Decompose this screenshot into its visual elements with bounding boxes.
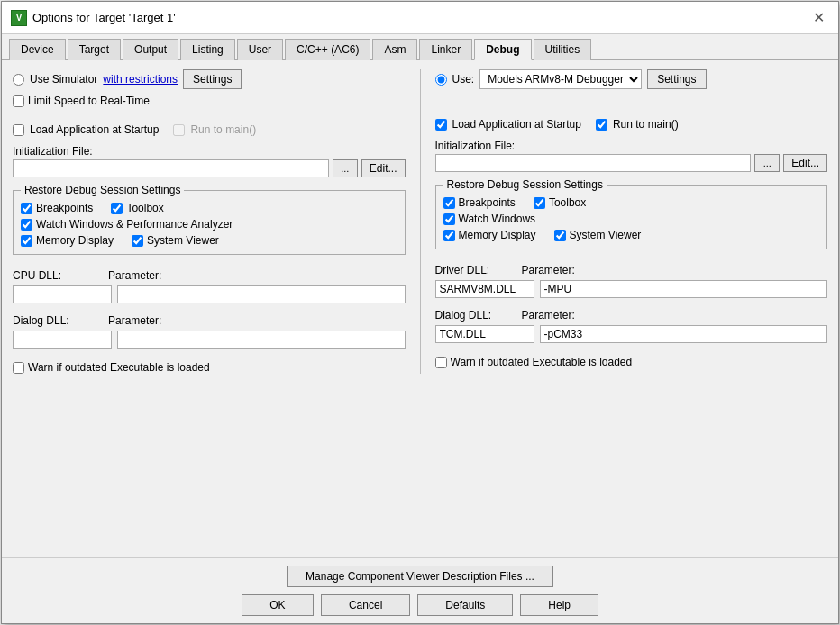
col-separator [420, 69, 421, 374]
init-file-input-left[interactable] [13, 159, 329, 177]
init-edit-btn-left[interactable]: Edit... [361, 159, 406, 177]
warn-outdated-row-left: Warn if outdated Executable is loaded [13, 361, 406, 374]
watch-windows-cb-right: Watch Windows [443, 213, 536, 225]
debugger-radio[interactable] [435, 74, 447, 86]
watch-windows-checkbox-right[interactable] [443, 213, 455, 225]
dialog-dll-input-right[interactable] [435, 325, 534, 343]
system-viewer-checkbox-right[interactable] [554, 230, 566, 241]
system-viewer-cb-right: System Viewer [554, 229, 642, 241]
watch-windows-cb-left: Watch Windows & Performance Analyzer [21, 218, 233, 231]
cpu-param-label: Parameter: [108, 269, 171, 282]
memory-display-checkbox-right[interactable] [443, 230, 455, 241]
simulator-radio[interactable] [13, 74, 24, 86]
tab-cxx[interactable]: C/C++ (AC6) [285, 39, 370, 60]
run-to-main-checkbox-left[interactable] [173, 124, 185, 136]
load-app-label-right: Load Application at Startup [452, 118, 581, 131]
limit-speed-label: Limit Speed to Real-Time [28, 95, 150, 107]
tab-debug[interactable]: Debug [474, 39, 531, 60]
breakpoints-label-right: Breakpoints [459, 196, 516, 209]
title-bar: V Options for Target 'Target 1' ✕ [2, 2, 838, 34]
init-edit-btn-right[interactable]: Edit... [783, 154, 827, 172]
toolbox-cb-right: Toolbox [534, 196, 586, 209]
tab-listing[interactable]: Listing [180, 39, 235, 60]
tab-asm[interactable]: Asm [372, 39, 417, 60]
tab-output[interactable]: Output [123, 39, 178, 60]
breakpoints-checkbox-right[interactable] [443, 197, 455, 209]
init-browse-btn-right[interactable]: ... [754, 154, 780, 172]
cpu-dll-input[interactable] [13, 285, 112, 303]
dialog-param-input-left[interactable] [117, 331, 406, 349]
help-button[interactable]: Help [520, 594, 598, 616]
memory-display-checkbox-left[interactable] [21, 235, 32, 247]
driver-dll-input[interactable] [435, 280, 534, 298]
run-to-main-checkbox-right[interactable] [596, 119, 607, 131]
tab-utilities[interactable]: Utilities [534, 39, 592, 60]
driver-param-label: Parameter: [522, 264, 585, 276]
restore-row3-right: Memory Display System Viewer [443, 229, 820, 241]
ok-button[interactable]: OK [242, 594, 314, 616]
restore-row1-right: Breakpoints Toolbox [443, 196, 820, 209]
init-browse-btn-left[interactable]: ... [333, 159, 358, 177]
dialog-param-input-right[interactable] [540, 325, 828, 343]
right-col: Use: Models ARMv8-M Debugger Settings Lo… [435, 69, 828, 374]
restore-group-title-right: Restore Debug Session Settings [443, 178, 607, 191]
load-app-checkbox-right[interactable] [435, 119, 447, 131]
toolbox-checkbox-right[interactable] [534, 197, 545, 209]
restrictions-link[interactable]: with restrictions [103, 73, 178, 86]
run-to-main-label-left: Run to main() [190, 123, 256, 136]
tab-user[interactable]: User [237, 39, 283, 60]
init-file-row-left: ... Edit... [13, 159, 406, 177]
load-app-checkbox-left[interactable] [13, 124, 24, 136]
system-viewer-label-right: System Viewer [570, 229, 642, 241]
dialog-dll-input-left[interactable] [13, 331, 112, 349]
cancel-button[interactable]: Cancel [321, 594, 410, 616]
manage-button[interactable]: Manage Component Viewer Description File… [287, 566, 553, 587]
toolbox-checkbox-left[interactable] [111, 203, 123, 214]
cpu-param-input[interactable] [117, 285, 406, 303]
init-file-input-right[interactable] [435, 154, 752, 172]
dialog-dll-label-left: Dialog DLL: [13, 314, 76, 327]
close-button[interactable]: ✕ [808, 7, 829, 29]
tabs-bar: Device Target Output Listing User C/C++ … [2, 34, 838, 60]
dialog-dll-inputs-left [13, 331, 406, 349]
action-row: OK Cancel Defaults Help [13, 594, 827, 616]
tab-device[interactable]: Device [9, 39, 66, 60]
defaults-button[interactable]: Defaults [417, 594, 513, 616]
use-label: Use: [452, 73, 475, 86]
dialog: V Options for Target 'Target 1' ✕ Device… [1, 1, 839, 624]
watch-windows-checkbox-left[interactable] [21, 219, 32, 231]
system-viewer-cb-left: System Viewer [132, 234, 219, 247]
driver-param-input[interactable] [540, 280, 828, 298]
driver-dll-inputs [435, 280, 828, 298]
breakpoints-checkbox-left[interactable] [21, 203, 32, 214]
use-simulator-row: Use Simulator with restrictions Settings [13, 69, 406, 89]
breakpoints-cb-left: Breakpoints [21, 202, 93, 214]
debugger-select[interactable]: Models ARMv8-M Debugger [479, 69, 642, 89]
warn-outdated-checkbox-right[interactable] [435, 357, 447, 368]
warn-outdated-label-left: Warn if outdated Executable is loaded [28, 361, 210, 374]
dialog-dll-section-right: Dialog DLL: Parameter: [435, 309, 828, 343]
simulator-settings-button[interactable]: Settings [183, 69, 242, 89]
load-app-row-right: Load Application at Startup Run to main(… [435, 118, 828, 131]
tab-linker[interactable]: Linker [419, 39, 472, 60]
restore-group-content-left: Breakpoints Toolbox Watch Windows & Perf… [21, 202, 397, 247]
toolbox-label-left: Toolbox [126, 202, 163, 214]
dialog-dll-section-left: Dialog DLL: Parameter: [13, 314, 406, 349]
limit-speed-row: Limit Speed to Real-Time [13, 95, 406, 107]
dialog-title: Options for Target 'Target 1' [32, 11, 176, 24]
driver-dll-section: Driver DLL: Parameter: [435, 264, 828, 298]
debugger-settings-button[interactable]: Settings [647, 69, 706, 89]
limit-speed-checkbox[interactable] [13, 95, 24, 107]
title-bar-left: V Options for Target 'Target 1' [11, 10, 176, 26]
memory-display-cb-right: Memory Display [443, 229, 536, 241]
watch-windows-label-left: Watch Windows & Performance Analyzer [36, 218, 233, 231]
memory-display-cb-left: Memory Display [21, 234, 114, 247]
system-viewer-checkbox-left[interactable] [132, 235, 143, 247]
toolbox-label-right: Toolbox [549, 196, 586, 209]
cpu-dll-section: CPU DLL: Parameter: [13, 269, 406, 303]
dialog-dll-inputs-right [435, 325, 828, 343]
warn-outdated-checkbox-left[interactable] [13, 362, 24, 374]
tab-target[interactable]: Target [68, 39, 121, 60]
restore-group-title-left: Restore Debug Session Settings [21, 184, 184, 196]
driver-dll-header: Driver DLL: Parameter: [435, 264, 828, 276]
